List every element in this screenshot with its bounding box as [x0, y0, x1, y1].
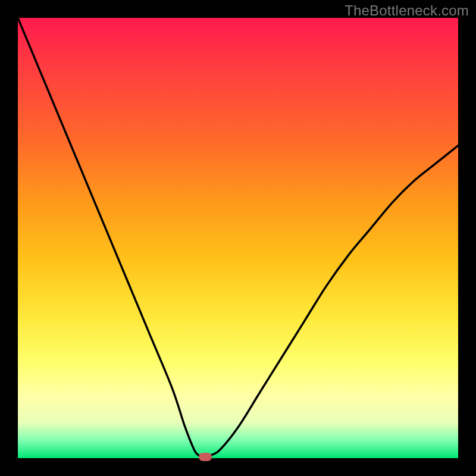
watermark-text: TheBottleneck.com [345, 2, 469, 19]
chart-frame: TheBottleneck.com [0, 0, 476, 476]
optimal-marker [199, 453, 212, 461]
bottleneck-curve [18, 18, 458, 458]
plot-area [18, 18, 458, 458]
